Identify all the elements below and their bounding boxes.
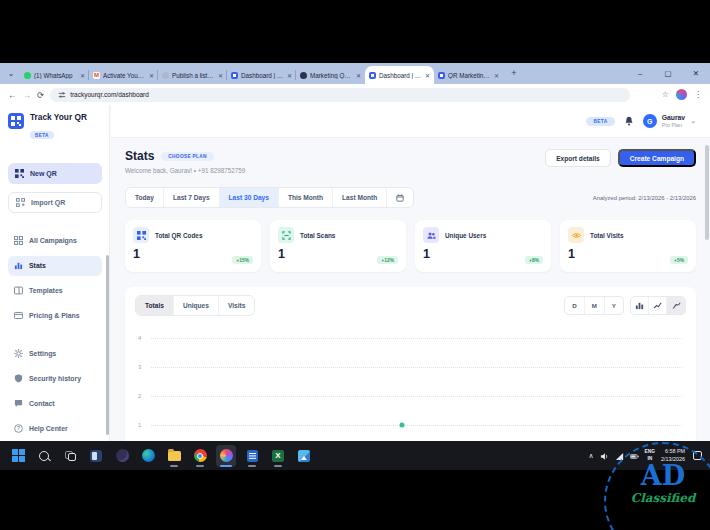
period-toggle: D M Y bbox=[564, 296, 624, 315]
tab-uniques[interactable]: Uniques bbox=[174, 296, 219, 315]
edge-button[interactable] bbox=[138, 445, 158, 467]
period-year-button[interactable]: Y bbox=[605, 297, 623, 314]
excel-button[interactable]: X bbox=[268, 445, 288, 467]
edge-icon bbox=[142, 449, 155, 462]
sidebar-scrollbar[interactable] bbox=[106, 255, 109, 435]
tab-close-icon[interactable]: ✕ bbox=[80, 72, 85, 79]
chart-type-toggle bbox=[630, 296, 686, 315]
filter-today[interactable]: Today bbox=[126, 188, 164, 207]
choose-plan-button[interactable]: CHOOSE PLAN bbox=[161, 152, 213, 161]
tab-close-icon[interactable]: ✕ bbox=[218, 72, 223, 79]
filter-last-month[interactable]: Last Month bbox=[333, 188, 387, 207]
y-tick-label: 3 bbox=[138, 364, 141, 370]
tab-label: Dashboard | Track Yo bbox=[379, 72, 422, 79]
browser-tab[interactable]: QR Marketing Analy ✕ bbox=[434, 66, 503, 84]
create-campaign-button[interactable]: Create Campaign bbox=[618, 149, 696, 167]
search-button[interactable] bbox=[34, 445, 54, 467]
stat-card-total-visits: Total Visits 1 +5% bbox=[560, 220, 696, 272]
delta-badge: +8% bbox=[525, 256, 543, 264]
active-app-icon bbox=[220, 449, 233, 462]
filter-last-7-days[interactable]: Last 7 Days bbox=[164, 188, 220, 207]
widgets-button[interactable] bbox=[86, 445, 106, 467]
page: Track Your QR BETA New QR Import QR All … bbox=[0, 105, 710, 441]
sidebar-item-settings[interactable]: Settings bbox=[8, 344, 102, 364]
tab-close-icon[interactable]: ✕ bbox=[356, 72, 361, 79]
url-bar[interactable]: trackyourqr.com/dashboard bbox=[50, 88, 630, 102]
sidebar-item-import-qr[interactable]: Import QR bbox=[8, 192, 102, 213]
filter-last-30-days[interactable]: Last 30 Days bbox=[220, 188, 279, 207]
period-day-button[interactable]: D bbox=[565, 297, 584, 314]
chevron-down-icon[interactable]: ⌄ bbox=[690, 117, 696, 125]
browser-tab[interactable]: (1) WhatsApp ✕ bbox=[20, 66, 89, 84]
task-view-button[interactable] bbox=[60, 445, 80, 467]
tab-totals[interactable]: Totals bbox=[136, 296, 174, 315]
filter-this-month[interactable]: This Month bbox=[279, 188, 333, 207]
user-name: Gaurav bbox=[662, 114, 685, 122]
minimize-button[interactable]: – bbox=[626, 63, 654, 84]
bookmark-star-icon[interactable]: ☆ bbox=[662, 90, 669, 99]
browser-tab[interactable]: M Activate Your Accou ✕ bbox=[89, 66, 158, 84]
start-button[interactable] bbox=[8, 445, 28, 467]
sidebar-item-pricing[interactable]: Pricing & Plans bbox=[8, 306, 102, 326]
site-info-icon[interactable] bbox=[58, 91, 66, 99]
reload-icon[interactable]: ⟳ bbox=[37, 90, 44, 100]
volume-icon[interactable] bbox=[600, 447, 609, 465]
browser-tab[interactable]: Marketing QR Code ✕ bbox=[296, 66, 365, 84]
users-icon bbox=[423, 227, 439, 243]
sidebar-item-stats[interactable]: Stats bbox=[8, 256, 102, 276]
document-icon bbox=[247, 450, 258, 462]
active-app-button[interactable] bbox=[216, 445, 236, 467]
user-menu[interactable]: G Gaurav Pro Plan ⌄ bbox=[643, 114, 696, 128]
chrome-button[interactable] bbox=[190, 445, 210, 467]
screen: ⌄ (1) WhatsApp ✕ M Activate Your Accou ✕… bbox=[0, 0, 710, 530]
file-explorer-button[interactable] bbox=[164, 445, 184, 467]
notifications-bell-icon[interactable] bbox=[624, 112, 634, 130]
gridline: 2 bbox=[151, 396, 682, 397]
chart-card: Totals Uniques Visits D M Y bbox=[125, 287, 696, 441]
browser-menu-icon[interactable]: ⋮ bbox=[694, 90, 702, 99]
sidebar-item-help-center[interactable]: ? Help Center bbox=[8, 419, 102, 439]
url-text[interactable]: trackyourqr.com/dashboard bbox=[70, 91, 149, 98]
filter-row: Today Last 7 Days Last 30 Days This Mont… bbox=[125, 187, 696, 208]
close-button[interactable]: ✕ bbox=[682, 63, 710, 84]
area-chart-icon[interactable] bbox=[667, 297, 685, 314]
export-details-button[interactable]: Export details bbox=[545, 149, 611, 167]
help-icon: ? bbox=[14, 424, 23, 433]
app-icon bbox=[116, 449, 129, 462]
document-app-button[interactable] bbox=[242, 445, 262, 467]
taskbar-app-button[interactable] bbox=[112, 445, 132, 467]
sidebar-item-security-history[interactable]: Security history bbox=[8, 369, 102, 389]
calendar-icon[interactable] bbox=[387, 188, 413, 207]
line-chart-icon[interactable] bbox=[649, 297, 667, 314]
photos-button[interactable] bbox=[294, 445, 314, 467]
whatsapp-icon bbox=[24, 72, 31, 79]
tab-close-icon[interactable]: ✕ bbox=[425, 72, 430, 79]
y-tick-label: 4 bbox=[138, 335, 141, 341]
bar-chart-icon[interactable] bbox=[631, 297, 649, 314]
period-month-button[interactable]: M bbox=[585, 297, 605, 314]
maximize-button[interactable]: ▢ bbox=[654, 63, 682, 84]
stat-cards: Total QR Codes 1 +15% Total Scans 1 +12% bbox=[125, 220, 696, 272]
new-tab-button[interactable]: + bbox=[506, 66, 522, 82]
profile-avatar[interactable] bbox=[676, 89, 687, 100]
user-avatar[interactable]: G bbox=[643, 114, 657, 128]
sidebar-item-new-qr[interactable]: New QR bbox=[8, 163, 102, 184]
tab-close-icon[interactable]: ✕ bbox=[149, 72, 154, 79]
tray-chevron-icon[interactable]: ∧ bbox=[588, 452, 593, 460]
card-label: Total QR Codes bbox=[155, 232, 202, 239]
forward-icon[interactable]: → bbox=[23, 90, 32, 100]
tab-search-icon[interactable]: ⌄ bbox=[4, 67, 18, 81]
sidebar-item-all-campaigns[interactable]: All Campaigns bbox=[8, 231, 102, 251]
chart-toolbar: Totals Uniques Visits D M Y bbox=[135, 295, 686, 316]
browser-tab-active[interactable]: Dashboard | Track Yo ✕ bbox=[365, 66, 434, 84]
browser-tab[interactable]: Dashboard | Track Yo ✕ bbox=[227, 66, 296, 84]
tab-close-icon[interactable]: ✕ bbox=[287, 72, 292, 79]
sidebar-item-contact[interactable]: Contact bbox=[8, 394, 102, 414]
back-icon[interactable]: ← bbox=[8, 90, 17, 100]
tab-visits[interactable]: Visits bbox=[219, 296, 254, 315]
sidebar-item-templates[interactable]: Templates bbox=[8, 281, 102, 301]
browser-tab[interactable]: Publish a listing - Ad ✕ bbox=[158, 66, 227, 84]
stat-card-unique-users: Unique Users 1 +8% bbox=[415, 220, 551, 272]
tab-close-icon[interactable]: ✕ bbox=[494, 72, 499, 79]
page-scrollbar[interactable] bbox=[705, 145, 709, 240]
